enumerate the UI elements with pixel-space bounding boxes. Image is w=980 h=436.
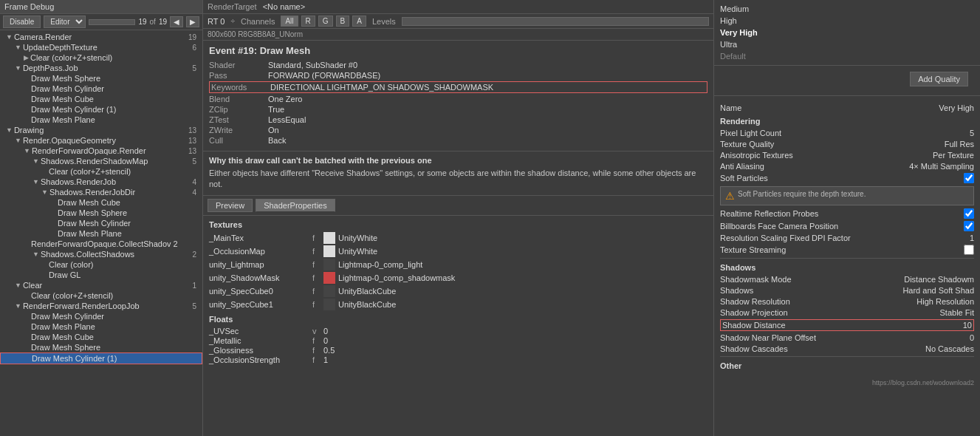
float-name: _UVSec [209, 327, 312, 335]
channel-a-btn[interactable]: A [352, 16, 366, 27]
add-quality-button[interactable]: Add Quality [910, 72, 968, 86]
tree-item[interactable]: ▼Drawing13 [0, 125, 202, 135]
channel-all-btn[interactable]: All [281, 16, 298, 27]
tree-item-label: Draw Mesh Sphere [31, 74, 199, 83]
realtime-reflection-probes-label: Realtime Reflection Probes [720, 209, 964, 218]
prev-button[interactable]: ◀ [170, 16, 183, 27]
shadow-distance-label: Shadow Distance [722, 321, 898, 330]
tree-item[interactable]: Draw Mesh Cube [0, 94, 202, 104]
tex-value: UnityBlackCube [338, 287, 396, 296]
tree-item-label: Draw Mesh Cylinder (1) [32, 354, 199, 363]
tree-item[interactable]: ▼Camera.Render19 [0, 32, 202, 42]
float-row: _Metallic f 0 [209, 336, 707, 345]
render-target-label: RenderTarget [208, 2, 257, 11]
quality-list: MediumHighVery HighUltraDefault [714, 0, 980, 66]
tree-item-label: DepthPass.Job [23, 64, 193, 72]
frame-debug-title: Frame Debug [0, 0, 202, 14]
tree-item[interactable]: ▼Shadows.RenderJobDir4 [0, 187, 202, 197]
tree-item-label: Draw Mesh Cube [31, 95, 199, 103]
tree-item[interactable]: ▼Clear1 [0, 280, 202, 290]
tex-type: f [312, 247, 323, 256]
next-button[interactable]: ▶ [186, 16, 199, 27]
tree-item[interactable]: Draw Mesh Plane [0, 115, 202, 125]
tree-item[interactable]: Draw Mesh Sphere [0, 73, 202, 84]
render-target-bar: RenderTarget <No name> [203, 0, 713, 14]
tree-item[interactable]: ▼Render.OpaqueGeometry13 [0, 135, 202, 146]
anisotropic-textures-value: Per Texture [900, 151, 974, 160]
tree-item[interactable]: Draw GL [0, 270, 202, 280]
editor-select[interactable]: Editor [44, 16, 86, 28]
tree-item-label: RenderForward.RenderLoopJob [23, 302, 193, 310]
tree-item[interactable]: Draw Mesh Cylinder [0, 84, 202, 94]
channel-g-btn[interactable]: G [318, 16, 333, 27]
keywords-value: DIRECTIONAL LIGHTMAP_ON SHADOWS_SHADOWMA… [270, 83, 493, 92]
tree-item[interactable]: ▼Shadows.RenderJob4 [0, 177, 202, 187]
texture-streaming-checkbox[interactable] [964, 245, 974, 255]
tree-item[interactable]: Draw Mesh Cube [0, 197, 202, 208]
channel-r-btn[interactable]: R [301, 16, 315, 27]
tree-item[interactable]: Clear (color) [0, 259, 202, 270]
tree-item[interactable]: ▼RenderForward.RenderLoopJob5 [0, 301, 202, 311]
tex-icon [323, 232, 335, 244]
progress-current: 19 [138, 18, 146, 26]
tree-item-label: Clear (color+Z+stencil) [31, 291, 199, 300]
preview-tab[interactable]: Preview [208, 199, 253, 212]
tree-item[interactable]: Draw Mesh Sphere [0, 342, 202, 352]
quality-item[interactable]: Medium [714, 3, 980, 15]
float-value: 0 [323, 327, 328, 335]
tree-item[interactable]: Clear (color+Z+stencil) [0, 290, 202, 301]
billboards-face-checkbox[interactable] [964, 221, 974, 231]
shadowmask-mode-value: Distance Shadowm [900, 275, 974, 284]
disable-button[interactable]: Disable [3, 16, 41, 28]
tree-item-label: Draw Mesh Cylinder [31, 312, 199, 321]
tex-value: Lightmap-0_comp_shadowmask [338, 273, 455, 282]
other-header: Other [720, 361, 974, 370]
tree-item[interactable]: RenderForwardOpaque.CollectShadov 2 [0, 239, 202, 249]
tex-name: unity_SpecCube1 [209, 300, 312, 309]
tree-item[interactable]: Clear (color+Z+stencil) [0, 166, 202, 177]
soft-particles-checkbox[interactable] [964, 173, 974, 183]
rendering-header: Rendering [720, 117, 974, 126]
shader-properties-tab[interactable]: ShaderProperties [256, 199, 335, 212]
tree-item[interactable]: Draw Mesh Cylinder [0, 218, 202, 228]
expand-arrow: ▼ [15, 44, 21, 51]
tree-item-label: Clear (color+Z+stencil) [30, 53, 199, 62]
tree-item[interactable]: ▼Shadows.RenderShadowMap5 [0, 156, 202, 166]
tree-item-label: Draw Mesh Cylinder [58, 219, 199, 228]
event-panel: Event #19: Draw Mesh Shader Standard, Su… [203, 41, 713, 151]
tree-item[interactable]: ▼DepthPass.Job5 [0, 63, 202, 73]
realtime-reflection-probes-checkbox[interactable] [964, 208, 974, 219]
tree-item[interactable]: Draw Mesh Cylinder (1) [0, 352, 202, 364]
tree-item[interactable]: ▼UpdateDepthTexture6 [0, 42, 202, 52]
tree-item[interactable]: Draw Mesh Cube [0, 332, 202, 342]
tex-type: f [312, 260, 323, 269]
quality-item[interactable]: Default [714, 50, 980, 62]
tree-item[interactable]: ▼Shadows.CollectShadows2 [0, 249, 202, 259]
billboards-face-label: Billboards Face Camera Position [720, 222, 964, 231]
texture-row: unity_SpecCube1 f UnityBlackCube [209, 299, 707, 310]
tree-item-label: Shadows.RenderJob [41, 177, 193, 186]
tex-icon [323, 245, 335, 257]
channel-b-btn[interactable]: B [336, 16, 350, 27]
tex-value: UnityWhite [338, 247, 377, 256]
expand-arrow: ▼ [32, 178, 39, 185]
pass-value: FORWARD (FORWARDBASE) [268, 71, 380, 80]
tree-item-count: 4 [192, 188, 196, 197]
tree-item[interactable]: Draw Mesh Plane [0, 228, 202, 239]
tree-item-label: Draw Mesh Sphere [58, 208, 199, 217]
tree-item[interactable]: ▶Clear (color+Z+stencil) [0, 52, 202, 63]
tree-item-label: UpdateDepthTexture [23, 43, 193, 52]
tree-item-count: 4 [192, 178, 196, 186]
quality-item[interactable]: Ultra [714, 38, 980, 50]
quality-item[interactable]: High [714, 15, 980, 27]
tree-item-count: 1 [192, 282, 196, 290]
tex-icon [323, 272, 335, 284]
shadow-cascades-value: No Cascades [900, 344, 974, 353]
tree-item-count: 5 [192, 157, 196, 166]
tree-item[interactable]: Draw Mesh Cylinder (1) [0, 104, 202, 115]
quality-item[interactable]: Very High [714, 27, 980, 38]
tree-item[interactable]: ▼RenderForwardOpaque.Render13 [0, 146, 202, 156]
tree-item[interactable]: Draw Mesh Cylinder [0, 311, 202, 321]
tree-item[interactable]: Draw Mesh Sphere [0, 208, 202, 218]
tree-item[interactable]: Draw Mesh Plane [0, 321, 202, 332]
